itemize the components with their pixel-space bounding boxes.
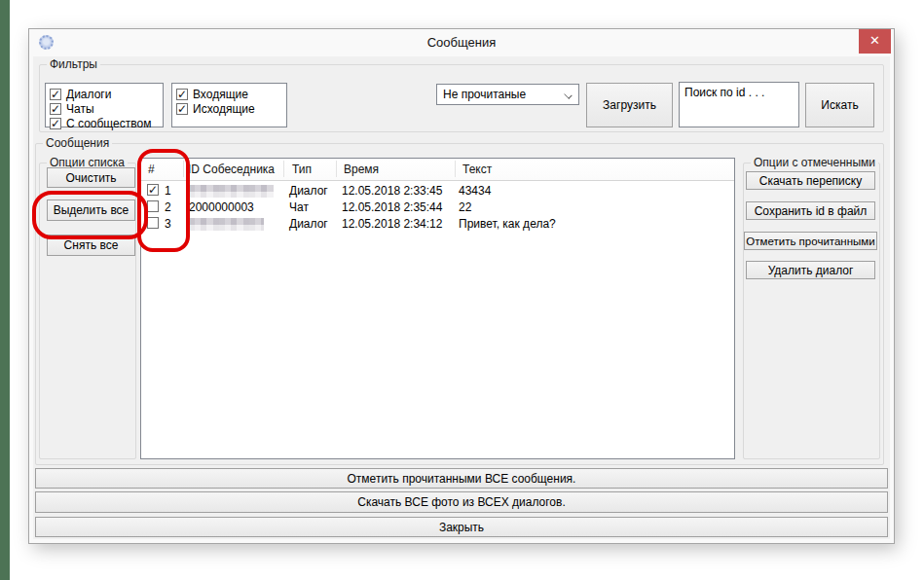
row-checkbox[interactable] (147, 217, 159, 229)
row-text: 22 (459, 200, 471, 214)
checkbox-incoming[interactable]: Входящие (176, 87, 282, 101)
checkbox-checked-icon (50, 118, 61, 129)
checkbox-label: Чаты (66, 102, 94, 116)
column-header-id[interactable]: ID Собеседника (188, 163, 275, 176)
window-title: Сообщения (29, 35, 894, 50)
row-text: Привет, как дела? (459, 217, 556, 231)
row-time: 12.05.2018 2:33:45 (342, 184, 442, 198)
column-separator (455, 161, 456, 177)
column-separator (336, 161, 337, 177)
row-checkbox[interactable] (147, 200, 159, 212)
page-left-edge-strip (0, 0, 10, 580)
column-header-type[interactable]: Тип (292, 163, 312, 176)
row-number: 3 (165, 217, 171, 231)
row-checkbox[interactable]: ✓ (147, 184, 159, 196)
column-header-num[interactable]: # (148, 163, 155, 176)
censored-id-blur (189, 185, 274, 198)
checkbox-checked-icon (50, 103, 61, 115)
save-id-to-file-button[interactable]: Сохранить id в файл (746, 201, 875, 220)
table-row: 3Диалог12.05.2018 2:34:12Привет, как дел… (141, 215, 734, 232)
column-separator (183, 161, 184, 177)
row-type: Чат (289, 200, 309, 214)
read-status-dropdown[interactable]: Не прочитаные (436, 84, 579, 105)
messages-table: # ID Собеседника Тип Время Текст ✓1Диало… (140, 158, 735, 459)
row-type: Диалог (289, 217, 328, 231)
checkbox-outgoing[interactable]: Исходящие (176, 101, 282, 116)
title-bar: Сообщения ✕ (29, 29, 894, 56)
checkbox-checked-icon (176, 103, 188, 115)
row-interlocutor-id: 2000000003 (189, 200, 254, 214)
table-row: 22000000003Чат12.05.2018 2:35:4422 (141, 199, 734, 215)
chevron-down-icon (564, 91, 572, 98)
search-id-input[interactable]: Поиск по id . . . (679, 82, 799, 127)
close-button[interactable]: ✕ (859, 29, 891, 54)
row-time: 12.05.2018 2:35:44 (342, 200, 442, 214)
checkbox-label: Диалоги (66, 88, 111, 101)
mark-all-read-button[interactable]: Отметить прочитанными ВСЕ сообщения. (35, 468, 888, 489)
dialog-type-filter-panel: Диалоги Чаты С сообществом (45, 83, 164, 127)
messages-window: Сообщения ✕ Фильтры Диалоги Чаты С сообщ… (29, 29, 894, 543)
checkbox-dialogs[interactable]: Диалоги (50, 87, 159, 101)
download-correspondence-button[interactable]: Скачать переписку (746, 171, 875, 190)
select-all-button[interactable]: Выделить все (47, 199, 135, 221)
checkbox-checked-icon (176, 89, 188, 100)
censored-id-blur (189, 218, 264, 231)
checkbox-label: Исходящие (193, 102, 255, 116)
column-separator (283, 161, 284, 177)
mark-as-read-button[interactable]: Отметить прочитанными (744, 232, 877, 250)
checkbox-communities[interactable]: С сообществом (50, 116, 159, 130)
row-number: 1 (165, 184, 171, 198)
delete-dialog-button[interactable]: Удалить диалог (746, 261, 875, 279)
checkbox-label: Входящие (193, 88, 248, 101)
row-type: Диалог (289, 184, 328, 198)
table-header: # ID Собеседника Тип Время Текст (141, 159, 734, 181)
checkbox-chats[interactable]: Чаты (50, 101, 159, 116)
column-header-time[interactable]: Время (344, 163, 379, 176)
column-header-text[interactable]: Текст (462, 163, 492, 176)
row-time: 12.05.2018 2:34:12 (342, 217, 442, 231)
dropdown-selected-value: Не прочитаные (443, 88, 526, 101)
search-button[interactable]: Искать (805, 83, 874, 127)
marked-options-group-label: Опции с отмеченными (751, 156, 878, 169)
row-number: 2 (165, 200, 171, 214)
deselect-all-button[interactable]: Снять все (47, 235, 135, 256)
row-text: 43434 (459, 184, 491, 198)
checkbox-label: С сообществом (66, 117, 151, 130)
messages-group-label: Сообщения (43, 136, 112, 150)
direction-filter-panel: Входящие Исходящие (171, 83, 287, 127)
checkbox-checked-icon (50, 89, 61, 100)
clear-button[interactable]: Очистить (47, 167, 135, 188)
filters-group-label: Фильтры (47, 57, 100, 71)
table-row: ✓1Диалог12.05.2018 2:33:4543434 (141, 182, 734, 199)
download-all-photos-button[interactable]: Скачать ВСЕ фото из ВСЕХ диалогов. (35, 491, 888, 513)
load-button[interactable]: Загрузить (586, 83, 673, 127)
close-window-button[interactable]: Закрыть (35, 517, 888, 537)
